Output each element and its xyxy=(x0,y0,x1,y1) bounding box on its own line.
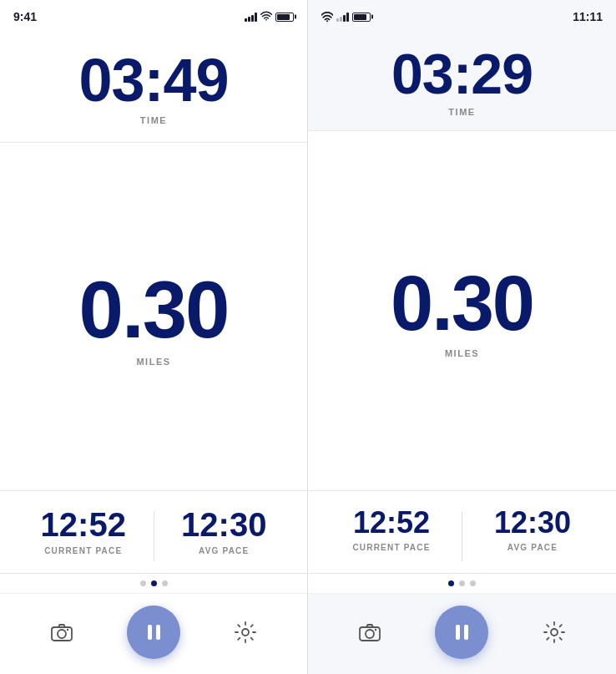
time-section-right: 03:29 TIME xyxy=(308,30,616,131)
status-time-right: 11:11 xyxy=(573,10,603,23)
avg-pace-label-right: AVG PACE xyxy=(507,543,558,552)
dot-3-right xyxy=(470,580,476,586)
status-icons-left xyxy=(245,11,294,23)
current-pace-value-right: 12:52 xyxy=(353,508,430,538)
page-dots-left xyxy=(0,574,307,593)
gear-icon-right xyxy=(543,621,565,643)
page-dots-right xyxy=(308,574,616,593)
current-pace-item-right: 12:52 CURRENT PACE xyxy=(321,508,462,552)
pause-button-left[interactable] xyxy=(127,606,180,659)
avg-pace-label-left: AVG PACE xyxy=(199,546,249,555)
time-section-left: 03:49 TIME xyxy=(0,30,307,143)
bottom-bar-right xyxy=(308,593,616,674)
svg-point-4 xyxy=(242,629,249,636)
camera-icon-left xyxy=(51,623,73,641)
current-pace-label-right: CURRENT PACE xyxy=(352,543,430,552)
current-pace-value-left: 12:52 xyxy=(41,508,126,541)
pause-icon-right xyxy=(456,625,468,640)
pace-section-left: 12:52 CURRENT PACE 12:30 AVG PACE xyxy=(0,491,307,574)
dot-1-right xyxy=(448,580,454,586)
avg-pace-item-right: 12:30 AVG PACE xyxy=(462,508,603,552)
svg-point-3 xyxy=(67,629,68,631)
time-label-right: TIME xyxy=(448,107,475,117)
dot-2-right xyxy=(459,580,465,586)
avg-pace-value-left: 12:30 xyxy=(181,508,266,541)
svg-point-9 xyxy=(551,629,558,636)
pause-button-right[interactable] xyxy=(435,606,488,659)
svg-point-5 xyxy=(326,20,328,22)
status-bar-left: 9:41 xyxy=(0,0,307,30)
wifi-icon xyxy=(260,11,272,23)
signal-icon xyxy=(245,12,257,22)
dot-2-left xyxy=(151,580,157,586)
dot-3-left xyxy=(162,580,168,586)
svg-point-2 xyxy=(58,630,66,638)
svg-point-0 xyxy=(265,18,267,20)
miles-value-right: 0.30 xyxy=(391,265,533,342)
camera-button-right[interactable] xyxy=(351,614,388,651)
miles-section-right: 0.30 MILES xyxy=(308,131,616,491)
miles-value-left: 0.30 xyxy=(79,270,229,350)
wifi-icon-right xyxy=(321,12,333,22)
camera-icon-right xyxy=(359,623,381,641)
current-pace-item-left: 12:52 CURRENT PACE xyxy=(13,508,154,555)
current-pace-label-left: CURRENT PACE xyxy=(44,546,122,555)
dot-1-left xyxy=(140,580,146,586)
svg-point-8 xyxy=(375,629,376,631)
miles-section-left: 0.30 MILES xyxy=(0,143,307,491)
settings-button-left[interactable] xyxy=(227,614,264,651)
pause-icon-left xyxy=(148,625,160,640)
time-value-left: 03:49 xyxy=(78,50,228,110)
settings-button-right[interactable] xyxy=(536,614,573,651)
battery-icon-right xyxy=(352,13,371,22)
battery-icon xyxy=(275,13,294,22)
time-label-left: TIME xyxy=(140,115,167,125)
right-phone: 11:11 03:29 TIME 0.30 MILES 12:52 CURREN… xyxy=(308,0,616,674)
signal-icon-right xyxy=(336,12,349,22)
status-time-left: 9:41 xyxy=(13,10,37,23)
avg-pace-item-left: 12:30 AVG PACE xyxy=(154,508,295,555)
miles-label-left: MILES xyxy=(136,357,170,367)
camera-button-left[interactable] xyxy=(43,614,80,651)
time-value-right: 03:29 xyxy=(391,45,533,102)
gear-icon-left xyxy=(235,621,256,643)
pace-section-right: 12:52 CURRENT PACE 12:30 AVG PACE xyxy=(308,491,616,574)
status-bar-right: 11:11 xyxy=(308,0,616,30)
avg-pace-value-right: 12:30 xyxy=(494,508,571,538)
miles-label-right: MILES xyxy=(445,348,479,358)
bottom-bar-left xyxy=(0,593,307,674)
status-icons-right-left xyxy=(321,12,371,22)
left-phone: 9:41 03:49 TIME xyxy=(0,0,308,674)
svg-point-7 xyxy=(366,630,374,638)
